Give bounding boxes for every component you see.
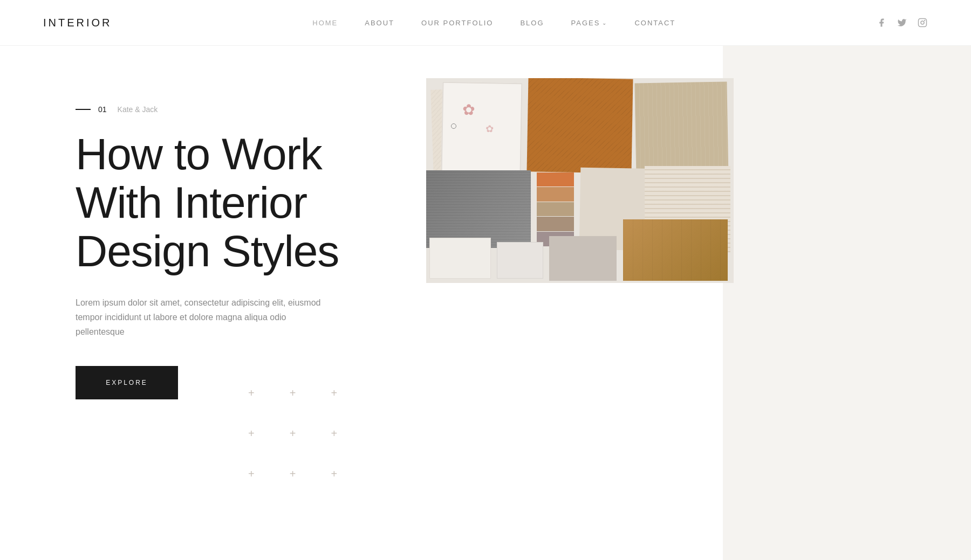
sample-box-2 — [497, 242, 543, 279]
nav-item-blog[interactable]: BLOG — [520, 19, 544, 27]
facebook-icon[interactable] — [876, 17, 887, 28]
main-nav: HOME ABOUT OUR PORTFOLIO BLOG PAGES ⌄ CO… — [312, 19, 675, 27]
nav-item-contact[interactable]: CONTACT — [634, 19, 675, 27]
sample-box-1 — [429, 238, 491, 279]
plus-icon: + — [290, 388, 296, 398]
svg-rect-0 — [919, 19, 927, 27]
plus-icon: + — [331, 388, 337, 398]
nav-item-pages[interactable]: PAGES ⌄ — [571, 19, 608, 27]
svg-point-2 — [924, 20, 925, 21]
swatch-orange-knit — [527, 78, 633, 173]
slide-meta: 01 Kate & Jack — [76, 105, 356, 114]
swatch-marble — [549, 236, 617, 281]
flatlay-collage — [426, 78, 734, 283]
instagram-icon[interactable] — [917, 17, 928, 28]
chip-2 — [537, 187, 573, 202]
color-chip-stack — [537, 172, 573, 246]
swatch-grey-tile — [426, 170, 531, 248]
hero-description: Lorem ipsum dolor sit amet, consectetur … — [76, 295, 334, 340]
swatch-wood — [623, 219, 728, 281]
plus-icon: + — [331, 428, 337, 439]
nav-item-about[interactable]: ABOUT — [365, 19, 394, 27]
hero-image — [426, 78, 734, 283]
plus-icon: + — [290, 468, 296, 479]
chevron-down-icon: ⌄ — [602, 20, 607, 26]
chip-1 — [537, 172, 573, 187]
nav-item-portfolio[interactable]: OUR PORTFOLIO — [421, 19, 493, 27]
svg-point-1 — [921, 21, 924, 24]
right-panel — [723, 46, 971, 560]
slide-author: Kate & Jack — [118, 105, 158, 114]
main-content: 01 Kate & Jack How to Work With Interior… — [0, 46, 971, 560]
plus-icon: + — [248, 388, 255, 398]
site-logo[interactable]: INTERIOR — [43, 17, 112, 29]
social-icons-group — [876, 17, 928, 28]
hero-image-area — [399, 46, 723, 560]
explore-button[interactable]: EXPLORE — [76, 366, 178, 399]
plus-icon: + — [248, 428, 255, 439]
plus-icon: + — [290, 428, 296, 439]
slide-number: 01 — [76, 105, 107, 114]
chip-3 — [537, 202, 573, 217]
decorative-plus-pattern: + + + + + + + + + — [248, 388, 378, 495]
swatch-button-detail — [451, 123, 456, 129]
hero-content-left: 01 Kate & Jack How to Work With Interior… — [0, 46, 399, 560]
plus-icon: + — [331, 468, 337, 479]
hero-heading: How to Work With Interior Design Styles — [76, 130, 356, 276]
chip-4 — [537, 217, 573, 231]
site-header: INTERIOR HOME ABOUT OUR PORTFOLIO BLOG P… — [0, 0, 971, 46]
twitter-icon[interactable] — [897, 17, 907, 28]
plus-icon: + — [248, 468, 255, 479]
nav-item-home[interactable]: HOME — [312, 19, 338, 27]
